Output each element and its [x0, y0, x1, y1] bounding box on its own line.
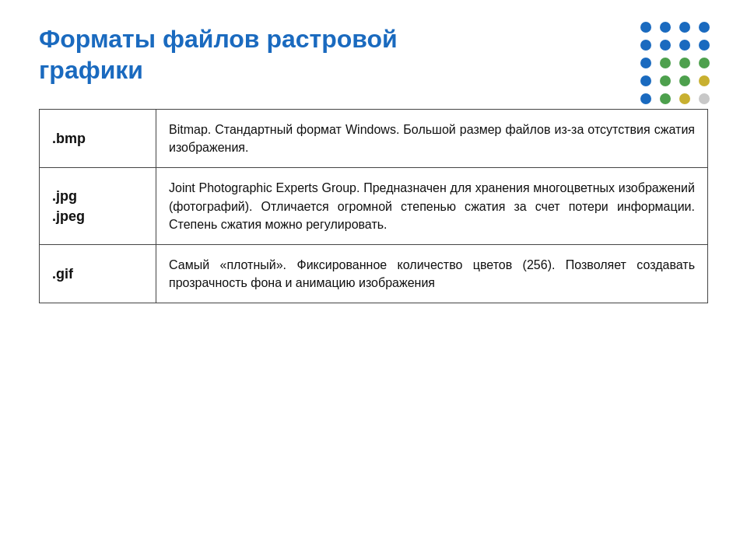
table-row: .bmp Bitmap. Стандартный формат Windows.…	[40, 110, 708, 168]
svg-point-8	[640, 58, 651, 68]
svg-point-14	[679, 75, 690, 86]
formats-table: .bmp Bitmap. Стандартный формат Windows.…	[39, 109, 708, 303]
format-jpg: .jpg .jpeg	[40, 168, 156, 245]
svg-point-12	[640, 75, 651, 86]
svg-point-9	[660, 58, 671, 68]
svg-point-19	[699, 93, 710, 104]
table-row: .gif Самый «плотный». Фиксированное коли…	[40, 244, 708, 303]
table-row: .jpg .jpeg Joint Photographic Experts Gr…	[40, 168, 708, 245]
page: Форматы файлов растровой графики .bmp Bi…	[0, 0, 747, 560]
svg-point-16	[640, 93, 651, 104]
format-gif: .gif	[40, 244, 156, 303]
svg-point-4	[640, 40, 651, 51]
svg-point-10	[679, 58, 690, 68]
svg-point-2	[679, 22, 690, 33]
desc-jpg: Joint Photographic Experts Group. Предна…	[156, 168, 708, 245]
svg-point-13	[660, 75, 671, 86]
desc-gif: Самый «плотный». Фиксированное количеств…	[156, 244, 708, 303]
svg-point-7	[699, 40, 710, 51]
page-title: Форматы файлов растровой графики	[39, 23, 428, 86]
desc-bmp: Bitmap. Стандартный формат Windows. Боль…	[156, 110, 708, 168]
svg-point-0	[640, 22, 651, 33]
svg-point-6	[679, 40, 690, 51]
format-bmp: .bmp	[40, 110, 156, 168]
dot-grid-decoration	[630, 16, 724, 109]
svg-point-5	[660, 40, 671, 51]
svg-point-3	[699, 22, 710, 33]
svg-point-17	[660, 93, 671, 104]
svg-point-15	[699, 75, 710, 86]
svg-point-18	[679, 93, 690, 104]
svg-point-1	[660, 22, 671, 33]
svg-point-11	[699, 58, 710, 68]
